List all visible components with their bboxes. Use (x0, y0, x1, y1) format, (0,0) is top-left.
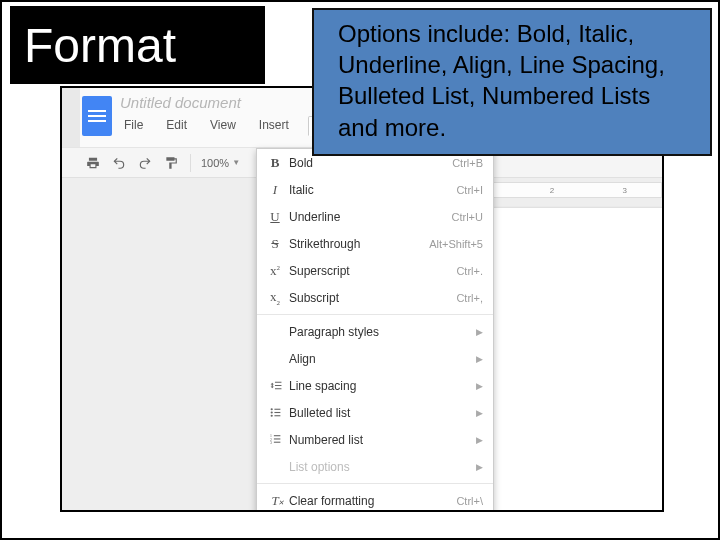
menu-item-label: Italic (285, 183, 456, 197)
menu-item-label: Paragraph styles (285, 325, 470, 339)
slide-title: Format (10, 6, 265, 84)
menu-item-strikethrough[interactable]: S Strikethrough Alt+Shift+5 (257, 230, 493, 257)
menu-item-label: Line spacing (285, 379, 470, 393)
submenu-arrow-icon: ▶ (470, 327, 483, 337)
svg-rect-10 (273, 438, 280, 439)
submenu-arrow-icon: ▶ (470, 435, 483, 445)
bold-icon: B (265, 155, 285, 171)
menu-item-shortcut: Ctrl+, (456, 292, 483, 304)
callout-box: Options include: Bold, Italic, Underline… (312, 8, 712, 156)
ruler-tick: 3 (622, 186, 626, 195)
callout-text: Options include: Bold, Italic, Underline… (338, 18, 694, 143)
svg-rect-9 (273, 435, 280, 436)
clear-formatting-icon: T✕ (265, 493, 285, 509)
subscript-icon: x2 (265, 289, 285, 307)
menu-separator (257, 314, 493, 315)
zoom-value: 100% (201, 157, 229, 169)
menu-item-label: Bold (285, 156, 452, 170)
menu-insert[interactable]: Insert (255, 116, 293, 136)
slide-title-text: Format (24, 18, 176, 73)
menu-item-shortcut: Ctrl+U (452, 211, 483, 223)
svg-rect-5 (274, 415, 280, 416)
svg-text:3: 3 (270, 441, 272, 445)
submenu-arrow-icon: ▶ (470, 354, 483, 364)
docs-left-gutter (62, 88, 80, 147)
menu-item-shortcut: Alt+Shift+5 (429, 238, 483, 250)
menu-separator (257, 483, 493, 484)
menu-item-align[interactable]: Align ▶ (257, 345, 493, 372)
menu-item-label: Underline (285, 210, 452, 224)
line-spacing-icon (265, 379, 285, 392)
italic-icon: I (265, 182, 285, 198)
submenu-arrow-icon: ▶ (470, 381, 483, 391)
menu-item-shortcut: Ctrl+B (452, 157, 483, 169)
menu-item-label: Numbered list (285, 433, 470, 447)
menu-item-label: List options (285, 460, 470, 474)
docs-logo-icon (82, 96, 112, 136)
submenu-arrow-icon: ▶ (470, 462, 483, 472)
menu-item-subscript[interactable]: x2 Subscript Ctrl+, (257, 284, 493, 311)
menu-item-bulleted-list[interactable]: Bulleted list ▶ (257, 399, 493, 426)
chevron-down-icon: ▼ (232, 158, 240, 167)
menu-item-paragraph-styles[interactable]: Paragraph styles ▶ (257, 318, 493, 345)
menu-item-label: Subscript (285, 291, 456, 305)
format-dropdown: B Bold Ctrl+B I Italic Ctrl+I U Underlin… (256, 148, 494, 512)
menu-view[interactable]: View (206, 116, 240, 136)
menu-file[interactable]: File (120, 116, 147, 136)
menu-item-label: Bulleted list (285, 406, 470, 420)
menu-item-clear-formatting[interactable]: T✕ Clear formatting Ctrl+\ (257, 487, 493, 512)
numbered-list-icon: 123 (265, 433, 285, 446)
menu-item-underline[interactable]: U Underline Ctrl+U (257, 203, 493, 230)
print-icon[interactable] (84, 154, 102, 172)
svg-point-2 (270, 415, 272, 417)
svg-point-0 (270, 408, 272, 410)
svg-rect-4 (274, 412, 280, 413)
menu-item-shortcut: Ctrl+\ (456, 495, 483, 507)
superscript-icon: x2 (265, 263, 285, 279)
menu-item-shortcut: Ctrl+. (456, 265, 483, 277)
menu-item-label: Align (285, 352, 470, 366)
strikethrough-icon: S (265, 236, 285, 252)
menu-item-numbered-list[interactable]: 123 Numbered list ▶ (257, 426, 493, 453)
menu-item-shortcut: Ctrl+I (456, 184, 483, 196)
svg-point-1 (270, 411, 272, 413)
paint-format-icon[interactable] (162, 154, 180, 172)
menu-item-superscript[interactable]: x2 Superscript Ctrl+. (257, 257, 493, 284)
toolbar-separator (190, 154, 191, 172)
bulleted-list-icon (265, 406, 285, 419)
menu-item-label: Clear formatting (285, 494, 456, 508)
svg-rect-3 (274, 409, 280, 410)
undo-icon[interactable] (110, 154, 128, 172)
menu-item-line-spacing[interactable]: Line spacing ▶ (257, 372, 493, 399)
ruler-tick: 2 (550, 186, 554, 195)
redo-icon[interactable] (136, 154, 154, 172)
menu-item-label: Superscript (285, 264, 456, 278)
zoom-select[interactable]: 100% ▼ (201, 157, 240, 169)
menu-edit[interactable]: Edit (162, 116, 191, 136)
submenu-arrow-icon: ▶ (470, 408, 483, 418)
menu-item-italic[interactable]: I Italic Ctrl+I (257, 176, 493, 203)
menu-item-label: Strikethrough (285, 237, 429, 251)
menu-item-list-options: List options ▶ (257, 453, 493, 480)
underline-icon: U (265, 209, 285, 225)
svg-rect-11 (273, 442, 280, 443)
